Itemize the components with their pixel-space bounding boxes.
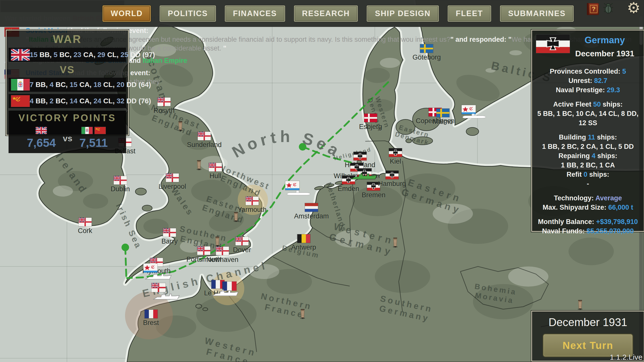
- port-name: Göteborg: [413, 54, 441, 61]
- vp-value-right: 7,511: [79, 136, 108, 150]
- tab-ship-design[interactable]: SHIP DESIGN: [367, 6, 438, 22]
- port-name: Sunderland: [187, 141, 222, 149]
- port-name: Newhaven: [206, 256, 238, 264]
- uk_ensign-flag: [163, 228, 176, 237]
- country-date: December 1931: [570, 49, 640, 58]
- structure-icon: [299, 308, 306, 319]
- war-belligerent-row: 15 BB, 5 BC, 23 CA, 29 CL, 25 DD (97): [9, 48, 126, 62]
- tab-finances[interactable]: FINANCES: [225, 6, 285, 22]
- port-antwerp[interactable]: Antwerp: [291, 234, 316, 251]
- fleet-strength: 15 BB, 5 BC, 23 CA, 29 CL, 25 DD (97): [30, 51, 155, 59]
- stat-line: Refit 0 ships:: [532, 170, 644, 179]
- vp-value-left: 7,654: [27, 136, 56, 150]
- stat-line: Unrest: 82.7: [532, 76, 644, 85]
- stat-line: 5 BB, 1 BC, 10 CA, 14 CL, 8 DD, 12 SS: [532, 109, 644, 128]
- stat-line: Max. Shipyard Size: 66,000 t: [532, 203, 644, 212]
- port-hull[interactable]: Hull: [209, 163, 222, 180]
- port-name: Hamburg: [378, 180, 406, 188]
- fleet-strength: 7 BB, 4 BC, 15 CA, 18 CL, 20 DD (64): [30, 81, 151, 89]
- tab-submarines[interactable]: SUBMARINES: [500, 6, 574, 22]
- port-cork[interactable]: Cork: [78, 218, 92, 235]
- country-panel: Germany December 1931 Provinces Controll…: [531, 30, 644, 232]
- port-yarmouth[interactable]: Yarmouth: [237, 197, 266, 214]
- country-stats: Provinces Controlled: 5Unrest: 82.7Naval…: [532, 67, 644, 236]
- stat-line: 1 BB, 2 BC, 1 CA: [532, 161, 644, 170]
- tab-world[interactable]: WORLD: [103, 6, 151, 22]
- port-name: Bremen: [362, 191, 386, 199]
- stat-line: 1 BB, 2 BC, 2 CA, 1 CL, 5 DD: [532, 142, 644, 151]
- uk_ensign-flag: [166, 173, 179, 182]
- port-liverpool[interactable]: Liverpool: [158, 173, 186, 191]
- port-dublin[interactable]: Dublin: [111, 176, 130, 193]
- warship-icon: [145, 272, 172, 281]
- uk_ensign-flag: [114, 176, 127, 185]
- sweden-flag: [436, 109, 449, 117]
- settings-gear-icon[interactable]: ⚙: [627, 1, 640, 16]
- stat-line: Provinces Controlled: 5: [532, 67, 644, 76]
- bug-report-icon[interactable]: [603, 2, 613, 14]
- structure-icon: [392, 237, 398, 248]
- port-name: Hull: [209, 172, 222, 180]
- stat-line: Naval Prestige: 29.3: [532, 85, 644, 95]
- stat-line: Active Fleet 50 ships:: [532, 100, 644, 109]
- warship-icon: [212, 289, 239, 297]
- submarine-icon: [462, 113, 487, 119]
- port-amsterdam[interactable]: Amsterdam: [294, 203, 329, 220]
- war-vs-label: VS: [7, 64, 128, 75]
- warship-icon: [153, 292, 180, 301]
- uk_ensign-flag: [151, 283, 166, 292]
- ussr-flag: [95, 127, 106, 134]
- port-malmö[interactable]: Malmö: [432, 109, 453, 126]
- stat-line: Technology: Average: [532, 194, 644, 203]
- france-flag: [144, 310, 157, 318]
- port-barry[interactable]: Barry: [162, 228, 178, 245]
- sweden-flag: [420, 44, 433, 53]
- port-name: Kiel: [389, 158, 402, 165]
- denmark-flag: [364, 114, 377, 122]
- top-menu-bar: WORLDPOLITICSFINANCESRESEARCHSHIP DESIGN…: [0, 0, 644, 27]
- version-label: 1.1.2.Live: [610, 353, 642, 361]
- tab-research[interactable]: RESEARCH: [294, 6, 358, 22]
- port-name: Dublin: [111, 185, 130, 193]
- port-name: Yarmouth: [237, 206, 266, 214]
- port-name: Malmö: [432, 118, 453, 126]
- tab-fleet[interactable]: FLEET: [448, 6, 491, 22]
- stat-line: Naval Funds: $5,255,070,000: [532, 227, 644, 236]
- vp-side-right: 7,511: [79, 127, 108, 150]
- war-belligerent-row: 4 BB, 2 BC, 14 CA, 24 CL, 32 DD (76): [9, 94, 126, 108]
- port-name: Esbjerg: [359, 123, 382, 131]
- stat-line: Building 11 ships:: [532, 133, 644, 142]
- port-göteborg[interactable]: Göteborg: [413, 44, 441, 61]
- stat-line: [532, 189, 644, 194]
- port-sunderland[interactable]: Sunderland: [187, 132, 222, 149]
- tab-politics[interactable]: POLITICS: [160, 6, 216, 22]
- port-newhaven[interactable]: Newhaven: [206, 247, 238, 264]
- structure-icon: [214, 236, 221, 247]
- italy-flag: [82, 127, 93, 134]
- stat-line: [532, 95, 644, 100]
- uk_ensign-flag: [157, 98, 171, 106]
- uk_ensign-flag: [78, 218, 92, 226]
- ussr_naval-flag: [462, 105, 476, 114]
- port-brest[interactable]: Brest: [143, 310, 159, 327]
- uk_ensign-flag: [246, 197, 259, 205]
- ussr_naval-flag: [285, 181, 299, 190]
- help-book-icon[interactable]: ?: [587, 3, 599, 15]
- port-kiel[interactable]: Kiel: [389, 148, 402, 165]
- port-esbjerg[interactable]: Esbjerg: [359, 114, 382, 131]
- uk-flag: [36, 127, 47, 134]
- victory-points-box: VICTORY POINTS 7,654 vs 7,511: [9, 111, 126, 153]
- war-panel: WAR 15 BB, 5 BC, 23 CA, 29 CL, 25 DD (97…: [6, 30, 129, 135]
- game-screen: North Sea ScotlandNortheast EnglandNorth…: [0, 0, 644, 362]
- stat-line: -: [532, 179, 644, 189]
- port-name: Antwerp: [291, 244, 316, 251]
- war-title: WAR: [7, 33, 128, 46]
- port-rosyth[interactable]: Rosyth: [153, 98, 175, 115]
- turn-date: December 1931: [532, 316, 644, 329]
- structure-icon: [177, 120, 184, 131]
- structure-icon: [577, 299, 583, 310]
- uk_ensign-flag: [216, 247, 229, 255]
- uk_ensign-flag: [209, 163, 222, 171]
- germany_war-flag: [389, 148, 402, 157]
- port-hamburg[interactable]: Hamburg: [378, 171, 406, 188]
